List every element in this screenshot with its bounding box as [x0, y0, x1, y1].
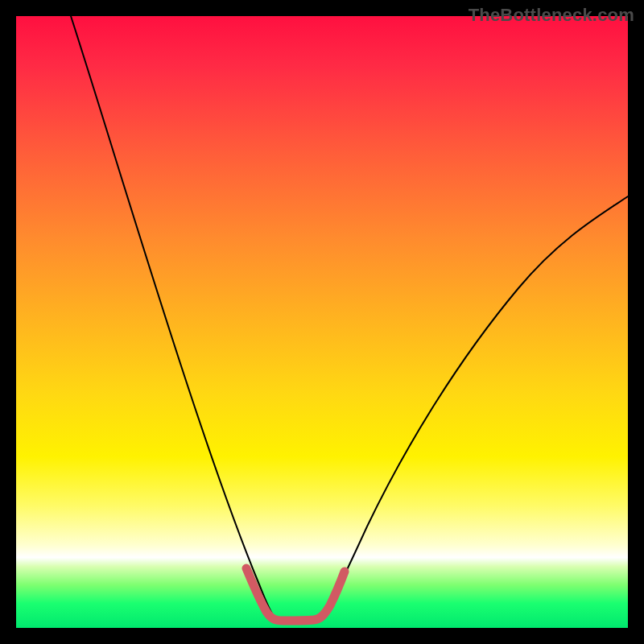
curve-layer: [16, 16, 628, 628]
hotzone-overlay: [246, 568, 345, 621]
chart-frame: TheBottleneck.com: [0, 0, 644, 644]
curve-black: [71, 16, 628, 621]
